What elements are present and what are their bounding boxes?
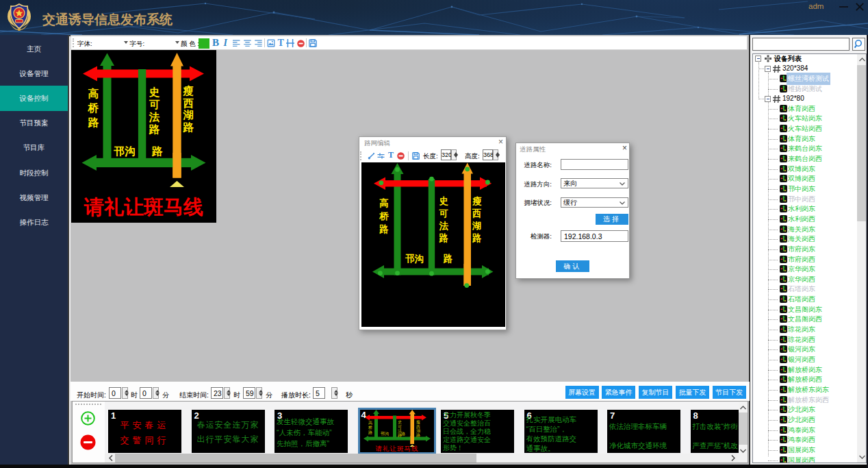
svg-text:路: 路 [438, 233, 448, 243]
svg-text:路: 路 [416, 433, 420, 438]
svg-text:邗: 邗 [113, 145, 125, 157]
svg-text:路: 路 [401, 432, 405, 436]
svg-text:法: 法 [149, 111, 160, 123]
svg-text:瘦: 瘦 [472, 196, 482, 206]
svg-text:路: 路 [368, 430, 372, 435]
svg-text:瘦: 瘦 [182, 85, 194, 97]
svg-text:湖: 湖 [182, 109, 194, 121]
svg-text:湖: 湖 [472, 221, 482, 231]
svg-text:路: 路 [151, 145, 163, 157]
svg-text:路: 路 [379, 224, 389, 234]
svg-text:沟: 沟 [124, 145, 136, 157]
svg-text:史: 史 [439, 196, 448, 206]
svg-text:路: 路 [443, 254, 453, 264]
svg-text:高: 高 [368, 420, 372, 425]
svg-text:桥: 桥 [379, 211, 389, 221]
svg-text:法: 法 [438, 221, 448, 231]
svg-text:桥: 桥 [368, 426, 372, 430]
svg-text:西: 西 [472, 208, 482, 219]
svg-text:史: 史 [398, 420, 402, 424]
svg-text:邗: 邗 [405, 254, 415, 264]
svg-text:路: 路 [149, 123, 160, 135]
svg-text:高: 高 [88, 88, 99, 99]
svg-text:高: 高 [379, 197, 389, 208]
svg-text:路: 路 [472, 233, 482, 243]
svg-text:桥: 桥 [88, 102, 99, 114]
svg-text:请礼让斑马线: 请礼让斑马线 [375, 445, 418, 452]
svg-text:瘦: 瘦 [416, 419, 420, 425]
svg-text:可: 可 [438, 208, 448, 219]
svg-text:西: 西 [182, 97, 194, 109]
svg-text:可: 可 [149, 99, 160, 110]
svg-text:路: 路 [88, 116, 99, 128]
svg-text:沟: 沟 [414, 254, 424, 264]
svg-text:请礼让斑马线: 请礼让斑马线 [84, 196, 203, 218]
svg-text:史: 史 [149, 86, 160, 98]
svg-text:邗沟: 邗沟 [381, 432, 389, 436]
svg-text:路: 路 [182, 121, 194, 133]
